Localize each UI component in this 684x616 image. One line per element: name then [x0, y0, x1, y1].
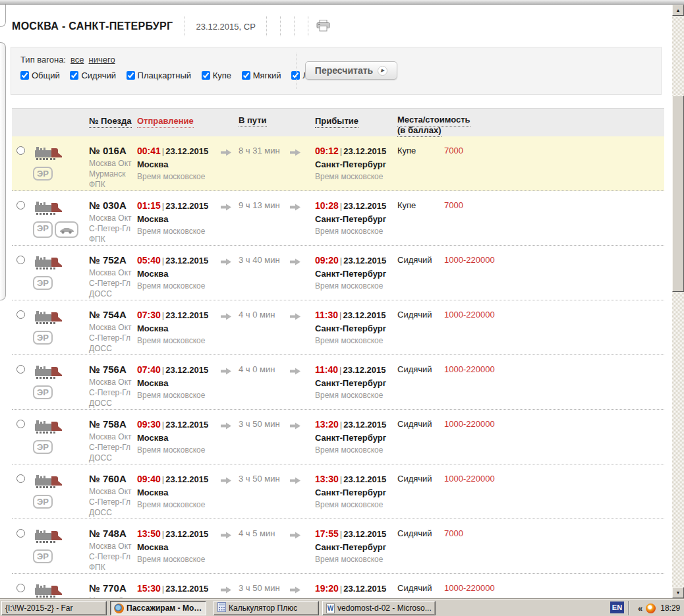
scrollbar-thumb[interactable] — [672, 96, 684, 292]
departure-timezone-note: Время московское — [137, 336, 221, 345]
wagon-type-checkbox[interactable] — [127, 71, 135, 80]
wagon-type-option[interactable]: Плацкартный — [127, 70, 192, 80]
train-select-radio[interactable] — [16, 256, 25, 264]
train-number: № 756А — [89, 364, 137, 375]
train-route: Москва Окт С-Петер-Гл ДОСС — [89, 267, 137, 299]
wagon-type-checkbox[interactable] — [202, 71, 210, 80]
side-panel-tab[interactable] — [0, 42, 6, 300]
column-arrival[interactable]: Прибытие — [315, 116, 358, 128]
side-panel-tab-top[interactable] — [0, 5, 6, 27]
firefox-icon — [114, 603, 124, 613]
train-number: № 754А — [89, 309, 137, 320]
seat-price[interactable]: 1000-220000 — [444, 364, 495, 409]
train-select-radio[interactable] — [16, 146, 25, 155]
tray-app-icon[interactable] — [646, 603, 656, 613]
train-select-radio[interactable] — [16, 474, 25, 483]
train-icon — [33, 309, 63, 326]
seat-price[interactable]: 1000-220000 — [444, 310, 495, 354]
taskbar-window-label: vedomost-d-02 - Microso... — [337, 603, 432, 613]
word-icon: W — [326, 603, 335, 613]
train-select-radio[interactable] — [16, 365, 25, 374]
seat-type: Купе — [397, 146, 440, 190]
taskbar-window-button[interactable]: W vedomost-d-02 - Microso... — [322, 601, 436, 615]
divider — [628, 601, 629, 615]
taskbar-buttons: {I:\!W-2015-2} - Far Пассажирам - Mozill… — [1, 601, 439, 615]
arrival-date: 23.12.2015 — [343, 529, 386, 539]
seat-price[interactable]: 1000-220000 — [444, 255, 495, 300]
arrow-right-icon — [221, 258, 232, 266]
taskbar-window-button[interactable]: Калькулятор Плюс — [214, 601, 319, 615]
separator: | — [340, 256, 342, 266]
train-route: Москва Окт С-Петер-Гл ФПК — [89, 541, 137, 573]
column-train-number[interactable]: № Поезда — [89, 116, 132, 128]
arrival-date: 23.12.2015 — [343, 201, 386, 211]
seat-type: Купе — [397, 200, 440, 245]
train-row: ЭР № 760А Москва Окт С-Петер-Гл ДОСС 09:… — [12, 464, 664, 519]
seat-price[interactable]: 1000-220000 — [444, 419, 495, 464]
arrow-right-icon — [221, 368, 232, 375]
train-number: № 760А — [89, 473, 137, 484]
separator: | — [162, 529, 164, 539]
recalculate-label: Пересчитать — [315, 65, 373, 76]
trip-date: 23.12.2015, СР — [192, 22, 259, 32]
vertical-scrollbar[interactable]: ▲ ▼ — [672, 5, 684, 598]
wagon-type-checkbox[interactable] — [70, 71, 78, 80]
tray-expand-chevron[interactable]: « — [638, 603, 642, 613]
taskbar-window-button[interactable]: Пассажирам - Mozilla... — [110, 601, 206, 615]
train-select-radio[interactable] — [16, 584, 25, 592]
seat-price[interactable]: 1000-220000 — [444, 474, 495, 518]
departure-time: 09:30 — [137, 419, 161, 430]
train-row: ЭР № 748А Москва Окт С-Петер-Гл ФПК 13:5… — [12, 519, 664, 574]
print-button[interactable] — [316, 20, 330, 34]
train-number: № 030А — [89, 200, 137, 211]
column-seats-price-2[interactable]: (в баллах) — [397, 125, 442, 137]
departure-station: Москва — [137, 159, 221, 169]
taskbar-window-button[interactable]: {I:\!W-2015-2} - Far — [1, 601, 107, 615]
seat-price[interactable]: 7000 — [444, 200, 463, 245]
er-express-badge: ЭР — [33, 167, 53, 181]
arrival-timezone-note: Время московское — [315, 281, 397, 291]
scroll-down-button[interactable]: ▼ — [672, 587, 684, 598]
separator: | — [162, 474, 164, 484]
wagon-type-option[interactable]: Общий — [20, 70, 60, 80]
departure-station: Москва — [137, 269, 221, 279]
taskbar: {I:\!W-2015-2} - Far Пассажирам - Mozill… — [0, 598, 684, 616]
arrow-right-icon — [221, 204, 232, 211]
filter-link[interactable]: ничего — [88, 55, 115, 65]
arrival-time: 11:30 — [315, 310, 338, 320]
filter-link[interactable]: все — [71, 55, 84, 65]
departure-timezone-note: Время московское — [137, 281, 221, 291]
scroll-up-button[interactable]: ▲ — [672, 5, 684, 16]
wagon-type-option[interactable]: Сидячий — [70, 70, 116, 80]
wagon-type-option[interactable]: Купе — [202, 70, 231, 80]
train-select-radio[interactable] — [16, 310, 25, 319]
train-select-radio[interactable] — [16, 201, 25, 210]
wagon-type-option[interactable]: Мягкий — [242, 70, 281, 80]
column-duration[interactable]: В пути — [239, 115, 267, 127]
train-route: Москва Окт С-Петер-Гл ДОСС — [89, 377, 137, 408]
train-icon — [33, 582, 63, 600]
arrival-station: Санкт-Петербург — [315, 488, 397, 497]
departure-date: 23.12.2015 — [165, 584, 208, 594]
arrival-timezone-note: Время московское — [315, 445, 397, 455]
travel-duration: 4 ч 5 мин — [239, 528, 290, 573]
wagon-type-checkbox[interactable] — [20, 71, 29, 80]
seat-price[interactable]: 7000 — [444, 146, 463, 190]
printer-icon — [316, 20, 330, 32]
recalculate-button[interactable]: Пересчитать ▶ — [305, 61, 397, 80]
seat-price[interactable]: 7000 — [444, 528, 463, 573]
language-indicator[interactable]: EN — [610, 602, 624, 613]
column-departure[interactable]: Отправление — [137, 116, 194, 128]
taskbar-window-label: Пассажирам - Mozilla... — [127, 603, 202, 613]
down-arrow-icon: ▼ — [676, 590, 681, 595]
train-select-radio[interactable] — [16, 420, 25, 428]
clock: 18:29 — [660, 603, 680, 613]
system-tray: « 18:29 — [633, 601, 683, 615]
train-number: № 752А — [89, 254, 137, 266]
separator: | — [162, 365, 164, 375]
train-route: Москва Окт С-Петер-Гл ДОСС — [89, 322, 137, 354]
wagon-type-checkbox[interactable] — [242, 71, 250, 80]
arrival-timezone-note: Время московское — [315, 555, 397, 564]
train-select-radio[interactable] — [16, 529, 25, 538]
arrow-right-icon — [290, 258, 301, 266]
